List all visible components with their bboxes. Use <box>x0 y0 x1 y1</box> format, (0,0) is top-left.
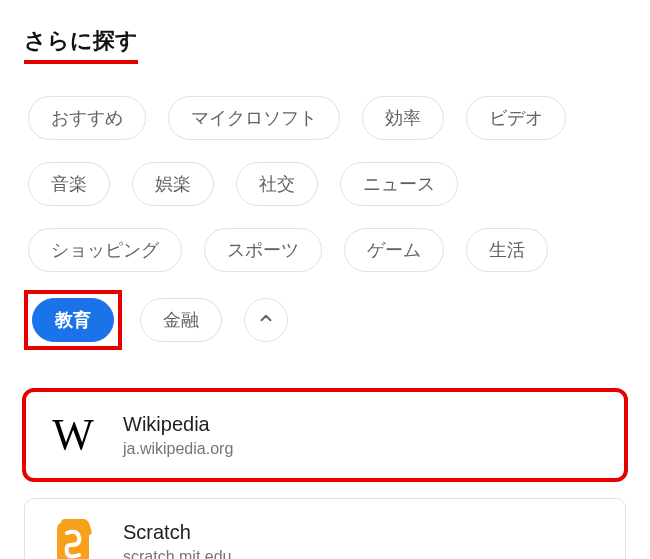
chip-game[interactable]: ゲーム <box>344 228 444 272</box>
chip-life[interactable]: 生活 <box>466 228 548 272</box>
result-title: Wikipedia <box>123 413 233 436</box>
chip-music[interactable]: 音楽 <box>28 162 110 206</box>
collapse-button[interactable] <box>244 298 288 342</box>
result-card-wikipedia[interactable]: W Wikipedia ja.wikipedia.org <box>24 390 626 480</box>
chip-efficiency[interactable]: 効率 <box>362 96 444 140</box>
chip-microsoft[interactable]: マイクロソフト <box>168 96 340 140</box>
scratch-icon <box>47 517 99 559</box>
category-chips: おすすめ マイクロソフト 効率 ビデオ 音楽 娯楽 社交 ニュース ショッピング… <box>24 92 626 350</box>
chip-video[interactable]: ビデオ <box>466 96 566 140</box>
result-card-scratch[interactable]: Scratch scratch.mit.edu <box>24 498 626 559</box>
chip-news[interactable]: ニュース <box>340 162 458 206</box>
chip-entertainment[interactable]: 娯楽 <box>132 162 214 206</box>
chip-recommend[interactable]: おすすめ <box>28 96 146 140</box>
wikipedia-icon: W <box>47 409 99 461</box>
result-subtitle: scratch.mit.edu <box>123 548 231 560</box>
result-title: Scratch <box>123 521 231 544</box>
chip-finance[interactable]: 金融 <box>140 298 222 342</box>
chip-social[interactable]: 社交 <box>236 162 318 206</box>
result-list: W Wikipedia ja.wikipedia.org Scratch scr… <box>24 390 626 559</box>
chip-shopping[interactable]: ショッピング <box>28 228 182 272</box>
chip-sports[interactable]: スポーツ <box>204 228 322 272</box>
chip-education[interactable]: 教育 <box>32 298 114 342</box>
section-title: さらに探す <box>24 26 138 64</box>
chevron-up-icon <box>257 309 275 332</box>
result-subtitle: ja.wikipedia.org <box>123 440 233 458</box>
